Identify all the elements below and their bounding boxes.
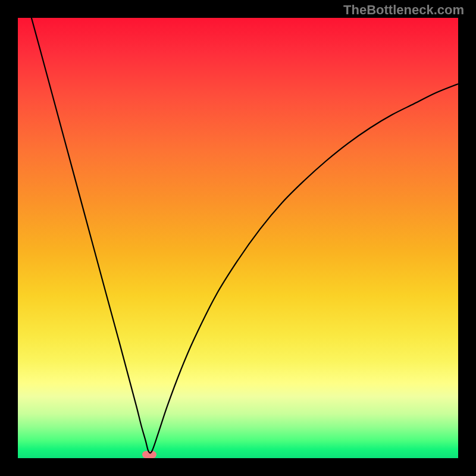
watermark-text: TheBottleneck.com — [343, 2, 464, 18]
bottleneck-curve — [27, 18, 458, 453]
plot-area — [18, 18, 458, 458]
chart-container: TheBottleneck.com — [0, 0, 476, 476]
curve-svg — [18, 18, 458, 458]
